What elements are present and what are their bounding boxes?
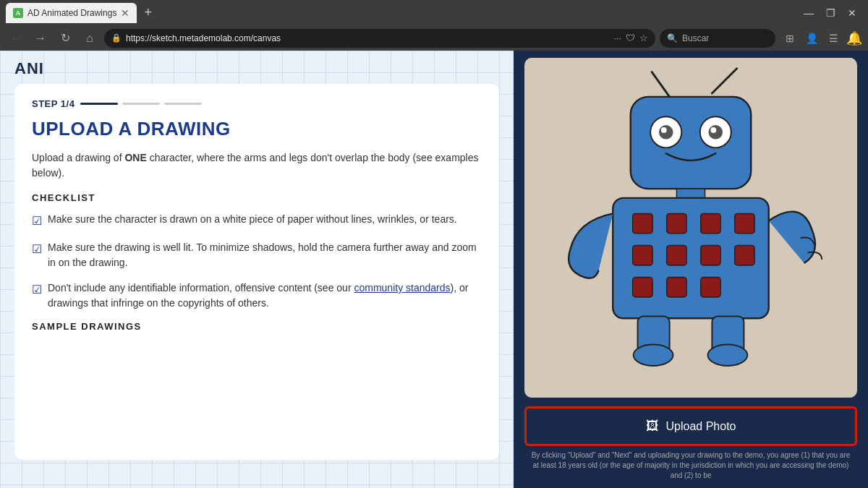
step-bar-1 [80, 103, 118, 105]
step-bars [80, 103, 202, 105]
checklist-text-2: Make sure the drawing is well lit. To mi… [48, 240, 479, 270]
svg-rect-22 [701, 278, 720, 297]
step-bar-3 [164, 103, 202, 105]
refresh-button[interactable]: ↻ [55, 28, 75, 48]
extensions-button[interactable]: ⊞ [780, 28, 800, 48]
checklist-text-1: Make sure the character is drawn on a wh… [48, 212, 457, 227]
window-controls: — ❐ ✕ [799, 3, 862, 23]
title-bar: A AD Animated Drawings ✕ + — ❐ ✕ [0, 0, 868, 25]
bookmark-icon[interactable]: 🛡 [626, 33, 635, 43]
upload-photo-button[interactable]: 🖼 Upload Photo [524, 406, 857, 446]
address-bar[interactable]: 🔒 https://sketch.metademolab.com/canvas … [104, 29, 655, 48]
svg-point-26 [708, 345, 748, 366]
svg-rect-18 [701, 245, 720, 265]
search-placeholder: Buscar [682, 33, 709, 43]
svg-rect-3 [631, 97, 751, 189]
community-standards-link[interactable]: community standards [354, 282, 450, 294]
upload-photo-label: Upload Photo [666, 420, 736, 433]
terms-text: By clicking "Upload" and "Next" and uplo… [514, 446, 868, 481]
check-icon-2: ☑ [32, 241, 42, 258]
svg-rect-17 [667, 245, 686, 265]
svg-point-24 [634, 345, 673, 366]
maximize-button[interactable]: ❐ [820, 3, 841, 23]
app-area: ANI STEP 1/4 UPLOAD A DRAWING Upload a d… [0, 51, 514, 488]
app-header: ANI [0, 51, 514, 78]
step-bar-2 [122, 103, 160, 105]
url-text: https://sketch.metademolab.com/canvas [126, 33, 281, 43]
home-button[interactable]: ⌂ [80, 28, 100, 48]
tab-favicon: A [13, 8, 23, 18]
profile-button[interactable]: 👤 [801, 28, 822, 48]
page-content: ANI STEP 1/4 UPLOAD A DRAWING Upload a d… [0, 51, 868, 488]
lock-icon: 🔒 [111, 33, 122, 43]
app-title: ANI [14, 59, 44, 78]
svg-rect-19 [735, 245, 754, 265]
tab-close-button[interactable]: ✕ [121, 7, 129, 19]
tab-label: AD Animated Drawings [27, 8, 116, 18]
browser-chrome: A AD Animated Drawings ✕ + — ❐ ✕ ← → ↻ ⌂… [0, 0, 868, 51]
check-icon-1: ☑ [32, 213, 42, 230]
menu-button[interactable]: ☰ [823, 28, 843, 48]
checklist-item-1: ☑ Make sure the character is drawn on a … [32, 212, 479, 230]
close-button[interactable]: ✕ [842, 3, 862, 23]
back-button[interactable]: ← [6, 28, 26, 48]
right-panel: 🖼 Upload Photo By clicking "Upload" and … [514, 51, 868, 488]
step-indicator: STEP 1/4 [32, 98, 485, 109]
svg-point-6 [661, 127, 667, 133]
svg-point-5 [659, 125, 673, 140]
svg-point-9 [710, 127, 716, 133]
card-scroll[interactable]: Upload a drawing of ONE character, where… [32, 150, 485, 332]
card-panel: STEP 1/4 UPLOAD A DRAWING Upload a drawi… [14, 84, 499, 460]
forward-button[interactable]: → [30, 28, 51, 48]
checklist-title: CHECKLIST [32, 192, 479, 203]
search-icon: 🔍 [667, 33, 678, 43]
toolbar-icons: ⊞ 👤 ☰ 🔔 [780, 28, 862, 48]
minimize-button[interactable]: — [799, 3, 819, 23]
svg-rect-15 [735, 213, 754, 233]
step-text: STEP 1/4 [32, 98, 75, 109]
search-bar[interactable]: 🔍 Buscar [660, 29, 775, 48]
checklist-item-3: ☑ Don't include any identifiable informa… [32, 281, 479, 311]
notification-badge: 🔔 [846, 30, 862, 46]
check-icon-3: ☑ [32, 281, 42, 299]
star-icon[interactable]: ☆ [639, 33, 648, 43]
svg-point-8 [708, 125, 723, 140]
description-text: Upload a drawing of ONE character, where… [32, 150, 479, 181]
svg-rect-14 [701, 213, 720, 233]
upload-title: UPLOAD A DRAWING [32, 118, 485, 140]
upload-icon: 🖼 [646, 419, 659, 434]
ellipsis-icon[interactable]: ··· [613, 33, 621, 43]
checklist-item-2: ☑ Make sure the drawing is well lit. To … [32, 240, 479, 270]
svg-rect-16 [633, 245, 652, 265]
svg-rect-13 [667, 213, 686, 233]
nav-bar: ← → ↻ ⌂ 🔒 https://sketch.metademolab.com… [0, 25, 868, 51]
checklist-text-3: Don't include any identifiable informati… [48, 281, 479, 311]
upload-btn-container: 🖼 Upload Photo [524, 406, 857, 446]
svg-rect-12 [633, 213, 652, 233]
drawing-preview [524, 58, 857, 398]
svg-rect-21 [667, 278, 686, 297]
new-tab-button[interactable]: + [140, 5, 156, 20]
svg-rect-20 [633, 278, 652, 297]
browser-tab[interactable]: A AD Animated Drawings ✕ [6, 3, 137, 23]
sample-title: SAMPLE DRAWINGS [32, 321, 479, 332]
robot-drawing [524, 58, 857, 398]
